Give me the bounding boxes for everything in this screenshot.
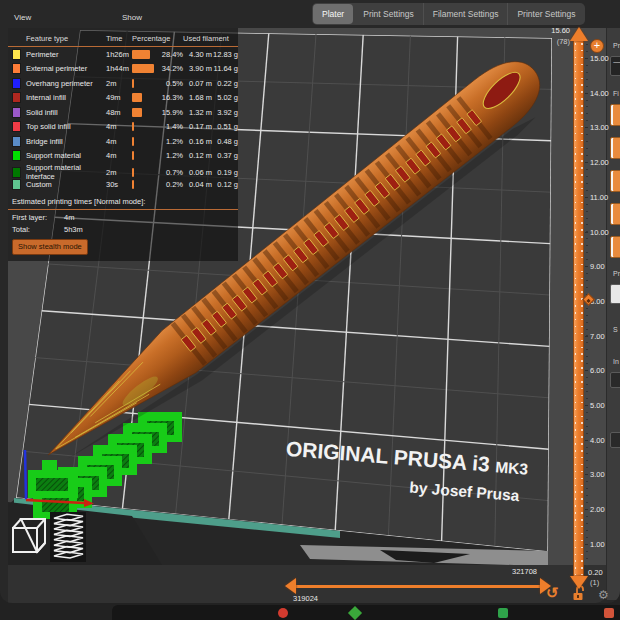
feature-time: 4m [106, 122, 132, 131]
col-percentage: Percentage [132, 34, 183, 43]
layer-slider-rail[interactable] [573, 40, 584, 578]
dock-icon-green-square[interactable] [498, 608, 508, 618]
slider-minor-tick [586, 134, 588, 135]
slider-minor-tick [586, 224, 588, 225]
tab-filament-settings[interactable]: Filament Settings [424, 3, 509, 25]
feature-color-swatch [12, 167, 21, 178]
slider-major-tick [585, 127, 588, 128]
rp-supports-combo[interactable] [610, 372, 620, 388]
legend-row: Custom30s0.2%0.04 m0.12 g [8, 178, 238, 193]
slider-tick-label: 10.00 [590, 228, 609, 237]
slider-minor-tick [586, 315, 588, 316]
slider-minor-tick [586, 502, 588, 503]
feature-length: 1.68 m [183, 93, 212, 102]
slider-major-tick [585, 58, 588, 59]
tab-printer-settings[interactable]: Printer Settings [508, 3, 584, 25]
legend-row: Bridge infill4m1.2%0.16 m0.48 g [8, 134, 238, 149]
right-settings-panel: Pr — Fi Pr S In [606, 28, 620, 600]
feature-label: Top solid infill [26, 122, 106, 131]
feature-percent: 28.4% [156, 50, 183, 59]
feature-weight: 0.12 g [212, 180, 238, 189]
rp-printer-combo[interactable] [610, 284, 620, 304]
feature-length: 4.30 m [183, 50, 212, 59]
feature-weight: 12.83 g [212, 50, 238, 59]
tab-plater[interactable]: Plater [313, 4, 353, 24]
feature-time: 48m [106, 108, 132, 117]
move-slider-rail[interactable] [294, 585, 542, 588]
slider-major-tick [585, 509, 588, 510]
feature-label: Solid infill [26, 108, 106, 117]
rp-filament-combo-4[interactable] [610, 203, 620, 225]
legend-header: Feature type Time Percentage Used filame… [8, 32, 238, 47]
slider-minor-tick [586, 218, 588, 219]
slider-minor-tick [586, 106, 588, 107]
slider-minor-tick [586, 211, 588, 212]
slider-minor-tick [586, 523, 588, 524]
percentage-bar [132, 79, 134, 88]
slider-minor-tick [586, 329, 588, 330]
slider-minor-tick [586, 79, 588, 80]
slider-major-tick [585, 440, 588, 441]
slider-minor-tick [586, 287, 588, 288]
feature-label: Support material [26, 151, 106, 160]
slider-minor-tick [586, 342, 588, 343]
slider-minor-tick [586, 551, 588, 552]
feature-length: 0.04 m [183, 180, 212, 189]
rp-filament-combo-5[interactable] [610, 236, 620, 258]
percentage-bar [132, 108, 142, 117]
slider-tick-label: 9.00 [590, 262, 605, 271]
first-layer-label: First layer: [12, 213, 64, 222]
layer-slider-bottom-handle[interactable] [570, 576, 588, 589]
stealth-mode-button[interactable]: Show stealth mode [12, 239, 88, 255]
slider-minor-tick [586, 245, 588, 246]
move-slider-left-handle[interactable] [285, 578, 296, 594]
undo-icon[interactable]: ↺ [546, 584, 559, 602]
slider-minor-tick [586, 204, 588, 205]
rp-print-combo[interactable]: — [610, 56, 620, 76]
slider-tick-label: 1.00 [590, 540, 605, 549]
feature-weight: 0.48 g [212, 137, 238, 146]
rp-filament-combo-3[interactable] [610, 170, 620, 192]
slider-minor-tick [586, 384, 588, 385]
estimate-title: Estimated printing times [Normal mode]: [8, 192, 238, 210]
rp-label-filament: Fi [613, 90, 619, 97]
feature-length: 0.12 m [183, 151, 212, 160]
slider-tick-label: 13.00 [590, 123, 609, 132]
slider-minor-tick [586, 322, 588, 323]
legend-row: Internal infill49m16.3%1.68 m5.02 g [8, 91, 238, 106]
slider-minor-tick [586, 565, 588, 566]
feature-weight: 0.51 g [212, 122, 238, 131]
feature-color-swatch [12, 136, 21, 147]
layer-slider-top-handle[interactable] [570, 27, 588, 41]
feature-percent: 16.3% [156, 93, 183, 102]
slider-minor-tick [586, 398, 588, 399]
slider-minor-tick [586, 141, 588, 142]
slider-minor-tick [586, 453, 588, 454]
slider-tick-label: 3.00 [590, 470, 605, 479]
feature-percent: 0.5% [156, 79, 183, 88]
add-color-change-button[interactable]: + [590, 39, 604, 53]
rp-label-supports: S [613, 326, 618, 333]
tab-print-settings[interactable]: Print Settings [354, 3, 424, 25]
slider-major-tick [585, 474, 588, 475]
rp-filament-combo-2[interactable] [610, 137, 620, 159]
legend-panel: Feature type Time Percentage Used filame… [8, 28, 238, 261]
slider-minor-tick [586, 516, 588, 517]
slider-minor-tick [586, 252, 588, 253]
slider-minor-tick [586, 155, 588, 156]
app-window: Plater Print Settings Filament Settings … [0, 0, 620, 603]
first-layer-value: 4m [64, 213, 74, 222]
rp-filament-combo-1[interactable] [610, 104, 620, 126]
gear-icon[interactable]: ⚙ [598, 588, 609, 602]
rp-label-print: Pr [613, 42, 620, 49]
dock-icon-red-square[interactable] [604, 608, 614, 618]
dock-icon-red-circle[interactable] [278, 608, 288, 618]
z-axis [25, 450, 26, 499]
rp-infill-combo[interactable] [610, 432, 620, 448]
legend-row: Perimeter1h26m28.4%4.30 m12.83 g [8, 47, 238, 62]
slider-minor-tick [586, 447, 588, 448]
feature-time: 4m [106, 151, 132, 160]
slider-minor-tick [586, 113, 588, 114]
slider-minor-tick [586, 280, 588, 281]
view-preview-icon[interactable] [50, 512, 86, 562]
